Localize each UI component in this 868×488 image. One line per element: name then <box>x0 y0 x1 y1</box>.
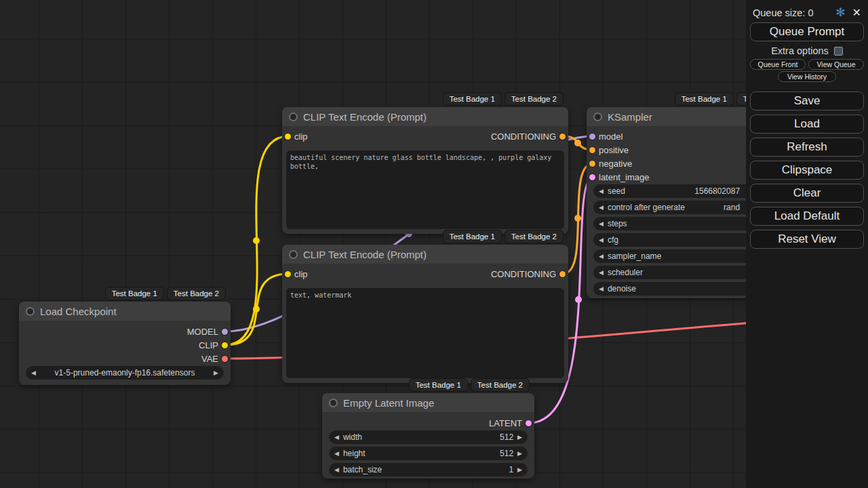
node-load-checkpoint[interactable]: Test Badge 1 Test Badge 2 Load Checkpoin… <box>19 302 231 385</box>
model-input-connector[interactable] <box>589 134 595 140</box>
slot-negative-input: negative <box>599 157 632 169</box>
width-widget[interactable]: ◀ width 512 ▶ <box>329 430 528 444</box>
settings-gear-icon[interactable]: ✻ <box>835 7 845 18</box>
slot-label: clip <box>294 131 308 142</box>
clear-button[interactable]: Clear <box>750 184 864 203</box>
decrement-icon[interactable]: ◀ <box>599 253 604 260</box>
slot-conditioning-output: CONDITIONING <box>491 130 556 142</box>
decrement-icon[interactable]: ◀ <box>599 237 604 243</box>
clip-input-connector[interactable] <box>285 271 291 277</box>
reset-view-button[interactable]: Reset View <box>750 230 864 249</box>
vae-output-connector[interactable] <box>222 356 228 362</box>
slot-label: positive <box>599 145 629 155</box>
clip-input-connector[interactable] <box>285 134 291 140</box>
widget-label: steps <box>608 219 627 228</box>
negative-input-connector[interactable] <box>589 161 595 167</box>
extra-options-label: Extra options <box>771 45 829 56</box>
positive-input-connector[interactable] <box>589 147 595 153</box>
node-title-bar[interactable]: Empty Latent Image <box>322 393 534 412</box>
widget-value: 512 <box>500 432 513 442</box>
widget-label: cfg <box>608 235 618 245</box>
slot-label: LATENT <box>489 418 522 428</box>
extra-options-checkbox[interactable] <box>834 47 843 56</box>
collapse-dot-icon[interactable] <box>329 399 338 407</box>
combo-prev-icon[interactable]: ◀ <box>31 370 36 376</box>
collapse-dot-icon[interactable] <box>593 113 602 121</box>
test-badge-2: Test Badge 2 <box>167 287 225 300</box>
save-button[interactable]: Save <box>750 92 864 110</box>
slot-model-output: MODEL <box>187 325 218 338</box>
test-badge-2: Test Badge 2 <box>505 230 563 243</box>
widget-label: scheduler <box>608 268 643 277</box>
view-queue-button[interactable]: View Queue <box>808 59 864 70</box>
extra-options-row: Extra options <box>750 45 864 56</box>
refresh-button[interactable]: Refresh <box>750 138 864 157</box>
comfy-menu-panel: Queue size: 0 ✻ ✕ Queue Prompt Extra opt… <box>746 0 868 488</box>
view-history-button[interactable]: View History <box>778 71 836 82</box>
decrement-icon[interactable]: ◀ <box>599 205 604 211</box>
increment-icon[interactable]: ▶ <box>517 467 522 473</box>
prompt-textarea[interactable]: text, watermark <box>286 288 564 378</box>
ckpt-name-combo[interactable]: ◀ v1-5-pruned-emaonly-fp16.safetensors ▶ <box>26 366 224 380</box>
node-title: Load Checkpoint <box>40 306 117 317</box>
collapse-dot-icon[interactable] <box>26 307 35 316</box>
decrement-icon[interactable]: ◀ <box>599 286 604 292</box>
slot-label: MODEL <box>187 327 218 337</box>
height-widget[interactable]: ◀ height 512 ▶ <box>329 447 528 460</box>
clip-output-connector[interactable] <box>222 342 228 348</box>
widget-label: control after generate <box>608 203 685 212</box>
slot-clip-input: clip <box>294 130 308 142</box>
queue-small-buttons: Queue Front View Queue <box>750 59 864 70</box>
slot-positive-input: positive <box>599 144 629 156</box>
decrement-icon[interactable]: ◀ <box>599 270 604 276</box>
close-icon[interactable]: ✕ <box>852 7 861 18</box>
node-title-bar[interactable]: CLIP Text Encode (Prompt) <box>282 107 568 126</box>
widget-value: 1 <box>509 465 513 474</box>
slot-label: VAE <box>201 354 218 364</box>
slot-label: model <box>599 131 623 142</box>
latent-image-input-connector[interactable] <box>589 174 595 180</box>
latent-output-connector[interactable] <box>526 420 532 426</box>
slot-latent-image-input: latent_image <box>599 171 649 183</box>
load-default-button[interactable]: Load Default <box>750 207 864 226</box>
queue-front-button[interactable]: Queue Front <box>750 59 806 70</box>
increment-icon[interactable]: ▶ <box>517 451 522 457</box>
slot-conditioning-output: CONDITIONING <box>491 268 556 280</box>
conditioning-output-connector[interactable] <box>559 271 566 277</box>
node-title: KSampler <box>608 111 652 123</box>
combo-next-icon[interactable]: ▶ <box>214 370 218 376</box>
node-empty-latent-image[interactable]: Test Badge 1 Test Badge 2 Empty Latent I… <box>322 393 534 479</box>
slot-latent-output: LATENT <box>489 417 522 429</box>
node-title-bar[interactable]: CLIP Text Encode (Prompt) <box>282 245 568 264</box>
widget-value: rand <box>724 203 740 212</box>
decrement-icon[interactable]: ◀ <box>334 434 339 441</box>
node-clip-text-encode-positive[interactable]: Test Badge 1 Test Badge 2 CLIP Text Enco… <box>282 107 568 234</box>
increment-icon[interactable]: ▶ <box>517 434 522 441</box>
node-clip-text-encode-negative[interactable]: Test Badge 1 Test Badge 2 CLIP Text Enco… <box>282 245 568 383</box>
node-title-bar[interactable]: Load Checkpoint <box>19 302 231 321</box>
decrement-icon[interactable]: ◀ <box>334 451 339 457</box>
widget-value: 1566802087 <box>694 186 740 196</box>
widget-label: width <box>343 432 362 442</box>
test-badge-1: Test Badge 1 <box>675 93 733 105</box>
batch-size-widget[interactable]: ◀ batch_size 1 ▶ <box>329 463 528 476</box>
decrement-icon[interactable]: ◀ <box>599 221 604 227</box>
decrement-icon[interactable]: ◀ <box>334 467 339 473</box>
menu-header: Queue size: 0 ✻ ✕ <box>750 5 864 22</box>
collapse-dot-icon[interactable] <box>289 250 298 259</box>
decrement-icon[interactable]: ◀ <box>599 188 604 195</box>
widget-label: denoise <box>608 284 636 293</box>
badge-row: Test Badge 1 Test Badge 2 <box>443 230 563 243</box>
load-button[interactable]: Load <box>750 115 864 134</box>
test-badge-1: Test Badge 1 <box>443 230 501 243</box>
queue-size-label: Queue size: 0 <box>753 7 829 18</box>
model-output-connector[interactable] <box>222 329 228 335</box>
conditioning-output-connector[interactable] <box>559 134 566 140</box>
widget-label: height <box>343 449 366 458</box>
collapse-dot-icon[interactable] <box>289 113 298 121</box>
prompt-textarea[interactable]: beautiful scenery nature glass bottle la… <box>286 150 564 229</box>
clipspace-button[interactable]: Clipspace <box>750 161 864 180</box>
test-badge-1: Test Badge 1 <box>443 93 501 105</box>
queue-prompt-button[interactable]: Queue Prompt <box>750 22 864 41</box>
widget-value: 512 <box>500 449 513 458</box>
